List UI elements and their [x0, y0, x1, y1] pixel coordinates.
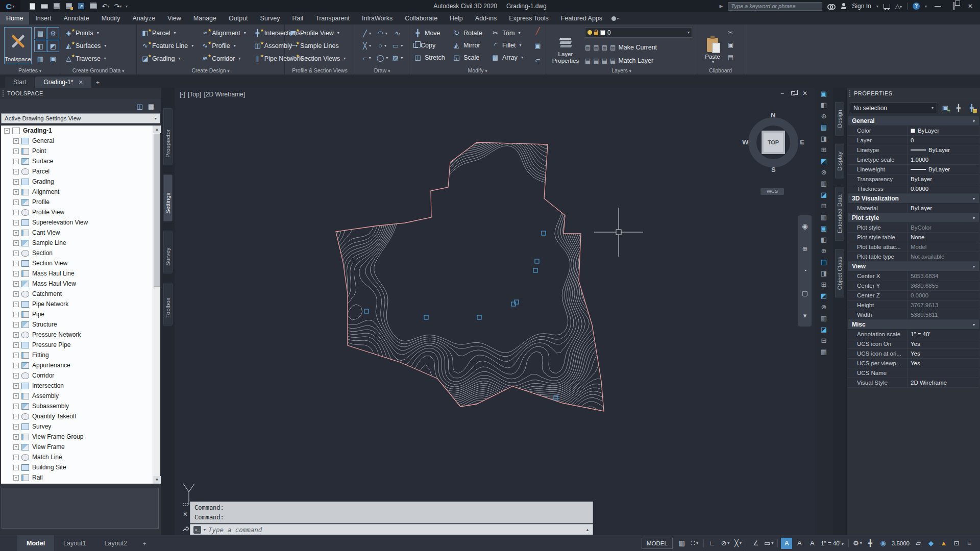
save-as-button[interactable]	[64, 2, 74, 11]
tree-expand-icon[interactable]: +	[13, 199, 19, 205]
polyline-button[interactable]: ⌐▾	[359, 52, 375, 64]
property-value-material[interactable]: ByLayer	[907, 204, 979, 213]
new-drawing-button[interactable]	[28, 2, 37, 11]
side-tool-icon-18[interactable]: ◩	[821, 292, 827, 299]
viewport-controls-button[interactable]: [-]	[180, 91, 185, 98]
layer-tool-icon-0-1[interactable]: ▤	[593, 44, 599, 51]
quick-properties-icon[interactable]: ▱	[913, 538, 924, 549]
panel-label-draw[interactable]: Draw▾	[355, 67, 409, 73]
side-tool-icon-14[interactable]: ⊕	[821, 247, 827, 255]
orbit-icon[interactable]: ◔	[803, 267, 807, 274]
corridor-button[interactable]: ≋★Corridor▾	[201, 53, 246, 64]
tree-item-superelevation-view[interactable]: +Superelevation View	[1, 217, 160, 228]
toolspace-grip-icon[interactable]	[2, 90, 5, 97]
command-expand-icon[interactable]: ▲	[585, 528, 590, 532]
tree-item-sample-line[interactable]: +Sample Line	[1, 238, 160, 248]
property-value-color[interactable]: ByLayer	[907, 126, 979, 135]
annotation-scale-value[interactable]: 1" = 40'▾	[819, 540, 845, 546]
tree-item-rail[interactable]: +Rail	[1, 472, 160, 483]
toolspace-tab-toolbox[interactable]: Toolbox	[163, 283, 173, 325]
tree-expand-icon[interactable]: +	[13, 465, 19, 470]
section-collapse-icon[interactable]: ▾	[973, 196, 975, 201]
undo-button[interactable]: ↶▾	[101, 2, 110, 11]
toolspace-table-icon[interactable]: ▦	[148, 103, 154, 110]
tree-expand-icon[interactable]: +	[13, 322, 19, 328]
tree-expand-icon[interactable]: +	[13, 291, 19, 297]
object-type-selector[interactable]: No selection▾	[850, 103, 937, 113]
layout-tab-model[interactable]: Model	[17, 535, 54, 551]
property-row-plot-table-type[interactable]: Plot table typeNot available	[848, 252, 979, 262]
ribbon-tab-featured-apps[interactable]: Featured Apps	[555, 12, 608, 24]
infocenter-collapse-icon[interactable]: ▶	[719, 4, 723, 9]
tree-expand-icon[interactable]: +	[13, 230, 19, 236]
side-tool-icon-12[interactable]: ▣	[821, 224, 827, 232]
scale-button[interactable]: ◱Scale	[452, 52, 491, 63]
ellipse-button[interactable]: ◯▾	[375, 52, 390, 64]
wcs-chip[interactable]: WCS	[761, 188, 784, 195]
layer-properties-button[interactable]: Layer Properties	[550, 27, 581, 64]
property-value-ucs-icon-at-ori[interactable]: Yes	[907, 349, 979, 358]
open-button[interactable]	[40, 2, 49, 11]
scroll-up-icon[interactable]: ▲	[153, 126, 161, 133]
paste-special-icon[interactable]: ▤	[728, 54, 733, 61]
property-value-layer[interactable]: 0	[907, 136, 979, 145]
side-tool-icon-22[interactable]: ⊟	[821, 337, 827, 344]
fillet-button[interactable]: ◜Fillet▾	[491, 39, 530, 51]
tree-item-quantity-takeoff[interactable]: +Quantity Takeoff	[1, 411, 160, 421]
tree-item-point[interactable]: +Point	[1, 146, 160, 156]
search-input[interactable]	[728, 2, 822, 11]
section-collapse-icon[interactable]: ▾	[973, 264, 975, 269]
explode-button[interactable]: ▣	[534, 42, 541, 49]
toolspace-scrollbar[interactable]: ▲ ▼	[153, 126, 160, 484]
ribbon-tab-modify[interactable]: Modify	[95, 12, 127, 24]
dynamic-input-icon[interactable]: ▭▾	[763, 538, 774, 549]
ribbon-tab-add-ins[interactable]: Add-ins	[469, 12, 503, 24]
tree-item-mass-haul-line[interactable]: +Mass Haul Line	[1, 268, 160, 279]
toolspace-button[interactable]: Toolspace	[4, 27, 32, 64]
property-value-width[interactable]: 5389.5611	[907, 310, 979, 319]
viewcube-south[interactable]: S	[771, 166, 776, 173]
tree-expand-icon[interactable]: +	[13, 475, 19, 481]
tree-item-pipe-network[interactable]: +Pipe Network	[1, 299, 160, 309]
side-tool-icon-15[interactable]: ▤	[821, 258, 827, 266]
properties-tab-object-class[interactable]: Object Class	[835, 249, 844, 297]
property-row-width[interactable]: Width5389.5611	[848, 310, 979, 320]
tree-item-section[interactable]: +Section	[1, 248, 160, 258]
match-layer-button[interactable]: Match Layer	[618, 57, 653, 64]
site-boundary-parcel[interactable]	[336, 142, 604, 411]
osnap-tracking-icon[interactable]: ╳▾	[732, 538, 744, 549]
command-history[interactable]: Command:Command:	[190, 502, 593, 523]
redo-button[interactable]: ↷▾	[113, 2, 122, 11]
ribbon-tab-output[interactable]: Output	[223, 12, 254, 24]
drawing-canvas[interactable]: [-] [Top] [2D Wireframe] − ✕ N S W E TOP…	[175, 88, 815, 535]
customization-menu-icon[interactable]: ≡	[964, 538, 975, 549]
grid-display-icon[interactable]: ▦	[676, 538, 688, 549]
help-icon[interactable]: ?	[913, 3, 920, 10]
tree-item-pipe[interactable]: +Pipe	[1, 309, 160, 319]
side-tool-icon-9[interactable]: ◪	[821, 191, 827, 198]
select-objects-icon[interactable]: ╋	[953, 103, 964, 113]
feature-line-button[interactable]: ∿★Feature Line▾	[141, 40, 193, 52]
ortho-mode-icon[interactable]: ∟	[707, 538, 718, 549]
property-row-layer[interactable]: Layer0	[848, 136, 979, 145]
profile-button[interactable]: ∿★Profile▾	[201, 40, 246, 52]
tree-item-fitting[interactable]: +Fitting	[1, 350, 160, 360]
tree-expand-icon[interactable]: +	[13, 424, 19, 430]
tree-item-intersection[interactable]: +Intersection	[1, 381, 160, 391]
tree-item-survey[interactable]: +Survey	[1, 421, 160, 432]
property-value-thickness[interactable]: 0.0000	[907, 184, 979, 193]
side-tool-icon-19[interactable]: ⊗	[821, 303, 827, 311]
section-header-general[interactable]: General▾	[848, 116, 979, 126]
command-customize-icon[interactable]	[182, 525, 189, 534]
side-tool-icon-11[interactable]: ▦	[821, 213, 827, 221]
section-collapse-icon[interactable]: ▾	[973, 216, 975, 220]
tree-item-pressure-pipe[interactable]: +Pressure Pipe	[1, 340, 160, 350]
property-row-center-z[interactable]: Center Z0.0000	[848, 291, 979, 300]
tree-item-catchment[interactable]: +Catchment	[1, 289, 160, 299]
section-header-plot-style[interactable]: Plot style▾	[848, 213, 979, 223]
property-value-ucs-per-viewp[interactable]: Yes	[907, 359, 979, 368]
app-logo[interactable]: C ▾	[0, 0, 20, 12]
layer-tool-icon-0-2[interactable]: ▤	[602, 44, 607, 51]
viewport-view-button[interactable]: [Top]	[188, 91, 201, 98]
property-value-center-x[interactable]: 5053.6834	[907, 271, 979, 281]
